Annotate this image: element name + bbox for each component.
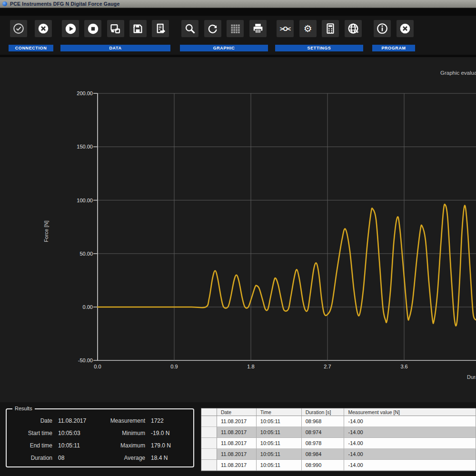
table-cell: 11.08.2017 (217, 438, 257, 449)
bottom-panel: Results Date11.08.2017Measurement1722Sta… (0, 402, 476, 476)
toolbar-group-label: SETTINGS (275, 45, 363, 51)
save-data-button[interactable] (129, 20, 147, 37)
table-cell: -14.00 (344, 460, 476, 471)
column-header[interactable]: Measurement value [N] (344, 408, 476, 416)
result-label: Maximum (105, 442, 145, 449)
play-circle-icon (64, 22, 77, 35)
stop-measurement-button[interactable] (84, 20, 101, 37)
toolbar-group-label: PROGRAM (372, 45, 415, 51)
result-label: Duration (7, 455, 52, 461)
result-label: Measurement (105, 417, 145, 424)
exit-button[interactable] (397, 20, 414, 37)
calculator-icon (324, 22, 337, 35)
result-label: End time (7, 442, 52, 449)
printer-icon (251, 22, 265, 35)
disconnect-button[interactable] (35, 20, 52, 37)
title-bar[interactable]: PCE Instruments DFG N Digital Force Gaug… (0, 0, 476, 8)
table-cell: 11.08.2017 (217, 427, 257, 438)
magnifier-icon (184, 22, 197, 35)
table-cell: 11.08.2017 (217, 460, 257, 471)
export-document-icon (154, 22, 167, 35)
toolbar-group-data: DATA (60, 16, 170, 55)
info-button[interactable] (374, 20, 391, 37)
toolbar-group-label: CONNECTION (9, 45, 53, 51)
table-cell: -14.00 (344, 438, 476, 449)
print-button[interactable] (249, 20, 267, 37)
result-label: Start time (7, 430, 52, 436)
y-tick-label: 50.00 (65, 251, 93, 257)
column-header[interactable]: Date (217, 408, 257, 416)
x-tick-label: 0.9 (166, 364, 183, 369)
row-header-gutter[interactable] (201, 427, 217, 438)
row-header-gutter[interactable] (201, 460, 217, 471)
y-tick-label: 100.00 (65, 198, 93, 203)
row-header-gutter[interactable] (201, 416, 217, 427)
force-series-line (98, 204, 476, 326)
table-cell: 10:05:11 (257, 427, 302, 438)
tare-zero-button[interactable]: >O< (277, 20, 294, 37)
table-cell: 08:974 (302, 427, 345, 438)
table-row[interactable]: 11.08.201710:05:1108:990-14.00 (201, 460, 476, 471)
table-cell: 11.08.2017 (217, 416, 257, 427)
column-header[interactable]: Duration [s] (302, 408, 345, 416)
transfer-data-button[interactable] (107, 20, 124, 37)
toolbar-group-program: PROGRAM (372, 16, 415, 55)
row-header-gutter (201, 408, 217, 416)
table-row[interactable]: 11.08.201710:05:1108:984-14.00 (201, 449, 476, 460)
result-value: -19.0 N (145, 430, 193, 436)
column-header[interactable]: Time (257, 408, 302, 416)
chart-title: Graphic evaluation (440, 70, 476, 76)
table-cell: -14.00 (344, 449, 476, 460)
tare-zero-icon: >O< (280, 25, 290, 32)
force-chart-plot (0, 57, 476, 402)
refresh-button[interactable] (204, 20, 221, 37)
table-cell: 08:968 (302, 416, 345, 427)
x-circle-icon (37, 22, 50, 35)
table-cell: 10:05:11 (257, 438, 302, 449)
globe-icon (347, 22, 360, 35)
x-tick-label: 2.7 (319, 364, 336, 369)
export-data-button[interactable] (152, 20, 169, 37)
y-tick-label: -50.00 (65, 357, 93, 363)
row-header-gutter[interactable] (201, 449, 217, 460)
x-circle-icon (399, 22, 411, 35)
check-circle-icon (12, 22, 25, 35)
table-cell: -14.00 (344, 427, 476, 438)
start-measurement-button[interactable] (62, 20, 79, 37)
x-axis-label: Duration [s] (467, 374, 476, 380)
table-row[interactable]: 11.08.201710:05:1108:978-14.00 (201, 438, 476, 449)
table-row[interactable]: 11.08.201710:05:1108:974-14.00 (201, 427, 476, 438)
table-cell: 08:984 (302, 449, 345, 460)
toolbar-group-graphic: GRAPHIC (180, 16, 268, 55)
window-title: PCE Instruments DFG N Digital Force Gaug… (10, 1, 119, 7)
table-cell: 10:05:11 (257, 449, 302, 460)
table-header-row: DateTimeDuration [s]Measurement value [N… (201, 408, 476, 416)
table-cell: 10:05:11 (257, 416, 302, 427)
app-window: { "window": { "title": "PCE Instruments … (0, 0, 476, 476)
table-row[interactable]: 11.08.201710:05:1108:968-14.00 (201, 416, 476, 427)
result-value: 179.0 N (145, 442, 193, 449)
toolbar-group-label: DATA (60, 45, 170, 51)
grid-button[interactable] (227, 20, 244, 37)
table-cell: -14.00 (344, 416, 476, 427)
chart-area: Graphic evaluation Force [N] Duration [s… (0, 57, 476, 402)
result-value: 10:05:11 (52, 442, 105, 449)
y-tick-label: 200.00 (65, 90, 93, 96)
y-axis-label: Force [N] (43, 210, 49, 253)
row-header-gutter[interactable] (201, 438, 217, 449)
connect-button[interactable] (10, 20, 27, 37)
y-tick-label: 0.00 (65, 304, 93, 310)
toolbar-group-label: GRAPHIC (180, 45, 268, 51)
table-cell: 10:05:11 (257, 460, 302, 471)
grid-icon (229, 22, 242, 35)
result-value: 10:05:03 (52, 430, 105, 436)
y-tick-label: 150.00 (65, 144, 93, 149)
zoom-button[interactable] (181, 20, 198, 37)
language-button[interactable] (345, 20, 362, 37)
options-button[interactable]: ⚙ (299, 20, 317, 37)
result-value: 18.4 N (145, 455, 193, 461)
results-title: Results (12, 406, 35, 411)
toolbar-group-connection: CONNECTION (9, 16, 53, 55)
app-icon (2, 1, 7, 6)
calculator-button[interactable] (322, 20, 339, 37)
